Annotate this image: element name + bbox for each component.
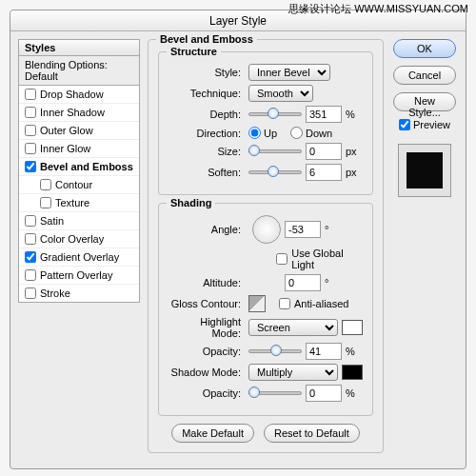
direction-label: Direction: (169, 128, 245, 139)
technique-select[interactable]: Smooth (248, 85, 313, 102)
altitude-unit: ° (325, 277, 342, 288)
sidebar-item-drop-shadow[interactable]: Drop Shadow (19, 86, 139, 104)
ok-button[interactable]: OK (393, 39, 456, 58)
sidebar-item-label: Inner Shadow (40, 107, 105, 118)
highlight-opacity-slider[interactable] (248, 345, 302, 358)
angle-wheel[interactable] (252, 215, 281, 244)
sidebar-item-label: Color Overlay (40, 233, 104, 245)
sidebar-item-texture[interactable]: Texture (19, 194, 139, 212)
highlight-opacity-input[interactable] (306, 343, 342, 360)
make-default-button[interactable]: Make Default (171, 424, 254, 443)
altitude-input[interactable] (285, 274, 321, 291)
depth-label: Depth: (169, 109, 245, 120)
watermark-1: 思缘设计论坛 (288, 3, 351, 14)
altitude-label: Altitude: (169, 277, 245, 288)
preview-label: Preview (413, 119, 450, 130)
blending-options[interactable]: Blending Options: Default (18, 56, 140, 86)
depth-unit: % (346, 109, 363, 120)
depth-slider[interactable] (248, 108, 302, 121)
sidebar-header[interactable]: Styles (18, 39, 140, 56)
style-select[interactable]: Inner Bevel (248, 64, 330, 81)
structure-legend: Structure (167, 46, 221, 57)
shadow-opacity-input[interactable] (306, 385, 342, 402)
sidebar-item-label: Texture (55, 197, 89, 208)
direction-up-radio[interactable] (248, 127, 261, 139)
sidebar-item-stroke[interactable]: Stroke (19, 285, 139, 302)
highlight-color[interactable] (342, 320, 363, 335)
effects-sidebar: Styles Blending Options: Default Drop Sh… (18, 39, 140, 461)
size-slider[interactable] (248, 145, 302, 158)
down-label: Down (306, 128, 332, 139)
sidebar-item-label: Stroke (40, 288, 70, 299)
sidebar-item-label: Pattern Overlay (40, 269, 112, 281)
shadow-opacity-slider[interactable] (248, 387, 302, 400)
gloss-contour-swatch[interactable] (248, 295, 266, 312)
dialog-buttons: OK Cancel New Style... Preview (391, 39, 458, 461)
main-panel: Bevel and Emboss Structure Style: Inner … (148, 39, 384, 461)
sidebar-item-label: Inner Glow (40, 143, 90, 154)
size-label: Size: (169, 146, 245, 157)
reset-default-button[interactable]: Reset to Default (264, 424, 360, 443)
effect-checkbox[interactable] (25, 161, 36, 172)
sidebar-item-inner-glow[interactable]: Inner Glow (19, 140, 139, 158)
effect-checkbox[interactable] (25, 89, 36, 100)
soften-slider[interactable] (248, 166, 302, 179)
direction-down-radio[interactable] (290, 127, 303, 139)
effect-checkbox[interactable] (25, 288, 36, 299)
effect-checkbox[interactable] (25, 215, 36, 227)
sidebar-item-pattern-overlay[interactable]: Pattern Overlay (19, 267, 139, 285)
watermark-2: WWW.MISSYUAN.COM (354, 3, 468, 14)
angle-unit: ° (325, 224, 342, 235)
sidebar-item-inner-shadow[interactable]: Inner Shadow (19, 104, 139, 122)
soften-label: Soften: (169, 167, 245, 178)
size-unit: px (346, 146, 363, 157)
sidebar-item-label: Bevel and Emboss (40, 161, 133, 172)
shadow-mode-label: Shadow Mode: (169, 367, 245, 378)
layer-style-dialog: Layer Style Styles Blending Options: Def… (10, 10, 466, 469)
structure-group: Structure Style: Inner Bevel Technique: … (158, 51, 373, 195)
sidebar-item-outer-glow[interactable]: Outer Glow (19, 122, 139, 140)
shading-group: Shading Angle: ° Use Global Light (158, 203, 373, 416)
size-input[interactable] (306, 143, 342, 160)
effect-checkbox[interactable] (25, 269, 36, 281)
technique-label: Technique: (169, 88, 245, 99)
sidebar-item-satin[interactable]: Satin (19, 212, 139, 230)
sidebar-item-color-overlay[interactable]: Color Overlay (19, 230, 139, 248)
depth-input[interactable] (306, 106, 342, 123)
up-label: Up (264, 128, 277, 139)
effect-checkbox[interactable] (25, 143, 36, 154)
angle-input[interactable] (285, 221, 321, 238)
new-style-button[interactable]: New Style... (393, 92, 456, 111)
shadow-color[interactable] (342, 365, 363, 380)
soften-input[interactable] (306, 164, 342, 181)
effect-checkbox[interactable] (40, 197, 51, 208)
gloss-label: Gloss Contour: (169, 298, 245, 309)
style-label: Style: (169, 67, 245, 78)
cancel-button[interactable]: Cancel (393, 66, 456, 85)
sidebar-item-label: Gradient Overlay (40, 251, 119, 263)
global-light-checkbox[interactable] (276, 253, 288, 265)
sidebar-item-bevel-and-emboss[interactable]: Bevel and Emboss (19, 158, 139, 176)
shadow-mode-select[interactable]: Multiply (248, 364, 338, 381)
soften-unit: px (346, 167, 363, 178)
effect-checkbox[interactable] (25, 107, 36, 118)
effect-checkbox[interactable] (25, 125, 36, 136)
preview-swatch (398, 144, 451, 197)
antialiased-checkbox[interactable] (279, 298, 290, 309)
angle-label: Angle: (169, 224, 245, 235)
sidebar-item-label: Contour (55, 179, 92, 190)
bevel-emboss-group: Bevel and Emboss Structure Style: Inner … (148, 39, 384, 453)
panel-title: Bevel and Emboss (156, 33, 257, 45)
shading-legend: Shading (167, 197, 215, 208)
effect-checkbox[interactable] (40, 179, 51, 190)
sidebar-item-label: Drop Shadow (40, 89, 104, 100)
effect-checkbox[interactable] (25, 251, 36, 263)
sidebar-item-gradient-overlay[interactable]: Gradient Overlay (19, 248, 139, 267)
highlight-opacity-label: Opacity: (169, 346, 245, 357)
sidebar-item-contour[interactable]: Contour (19, 176, 139, 194)
effect-checkbox[interactable] (25, 233, 36, 245)
preview-checkbox[interactable] (399, 119, 410, 130)
highlight-mode-label: Highlight Mode: (169, 316, 245, 339)
sidebar-item-label: Outer Glow (40, 125, 93, 136)
highlight-mode-select[interactable]: Screen (248, 319, 338, 336)
